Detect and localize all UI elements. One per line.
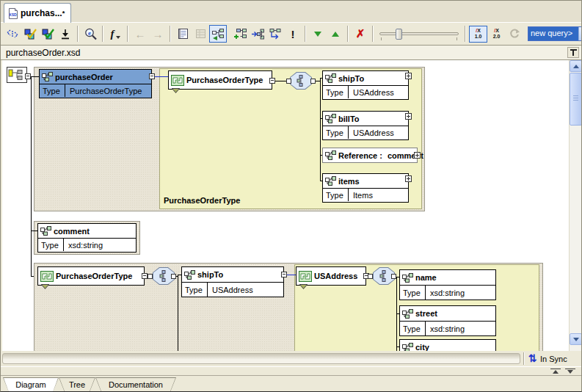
xslt-2-0-button[interactable]: /X 2.0: [487, 26, 506, 43]
document-tabbar: XSD purchas... *: [1, 1, 581, 23]
triangle-down-icon: [567, 370, 573, 374]
exclamation-icon: !: [291, 28, 295, 40]
view-tabbar: Diagram Tree Documentation: [1, 375, 581, 392]
document-tab[interactable]: XSD purchas... *: [4, 3, 71, 23]
element-box-items[interactable]: items Type Items: [322, 173, 409, 203]
display-diagram-toggle[interactable]: [209, 25, 227, 43]
validate-button[interactable]: [39, 25, 57, 43]
expand-handle[interactable]: [405, 113, 412, 120]
complextype-box-us-address[interactable]: USAddress: [296, 266, 366, 286]
collapse-pane-down-button[interactable]: [565, 369, 575, 375]
document-filename: purchaseOrder.xsd: [6, 48, 80, 58]
text-view-button[interactable]: [4, 25, 21, 43]
navigate-back-button[interactable]: ←: [131, 25, 149, 43]
connector-line: [320, 78, 321, 181]
element-box-name[interactable]: name Type xsd:string: [399, 269, 496, 300]
element-box-comment[interactable]: comment Type xsd:string: [37, 223, 137, 253]
element-name: comment: [54, 227, 90, 236]
validate-annotation-button[interactable]: !: [284, 25, 302, 43]
navigate-forward-button[interactable]: →: [149, 25, 167, 43]
element-box-ship-to-local[interactable]: shipTo Type USAddress: [181, 266, 284, 297]
sequence-connector: [310, 79, 316, 84]
expand-arrow-icon[interactable]: [172, 88, 180, 94]
collapse-handle[interactable]: [142, 273, 148, 279]
element-box-bill-to[interactable]: billTo Type USAddress: [322, 111, 409, 140]
collapse-handle[interactable]: [149, 73, 155, 79]
zoom-slider[interactable]: [378, 26, 460, 41]
display-diagram-icon: [211, 28, 225, 40]
tab-diagram[interactable]: Diagram: [3, 377, 59, 392]
type-link-line: [287, 275, 296, 275]
arrow-up-icon: [573, 65, 579, 68]
browser-view-button[interactable]: e: [81, 25, 99, 43]
generate-button[interactable]: [57, 25, 74, 43]
element-box-street[interactable]: street Type xsd:string: [399, 305, 496, 336]
refresh-icon: [509, 28, 520, 40]
splitter-button[interactable]: [567, 47, 579, 58]
document-tab-label: purchas...: [21, 8, 62, 18]
tab-tree[interactable]: Tree: [59, 377, 95, 392]
sequence-connector: [368, 274, 373, 279]
xslt-2-0-icon: /X: [494, 28, 499, 34]
text-view-icon: [6, 28, 19, 40]
toolbar-separator: [77, 26, 79, 42]
complextype-box-purchase-order-type[interactable]: PurchaseOrderType: [168, 70, 272, 90]
element-icon: [402, 309, 413, 319]
add-schema-component-button[interactable]: [231, 25, 249, 43]
query-combobox-dropdown-button[interactable]: [578, 27, 582, 40]
scroll-up-button[interactable]: [570, 60, 582, 72]
expand-arrow-icon[interactable]: [299, 284, 308, 290]
delete-button[interactable]: ✗: [352, 25, 369, 43]
type-row-label: Type: [40, 84, 65, 97]
element-name: shipTo: [338, 74, 364, 83]
xpath-evaluate-button[interactable]: f: [106, 25, 124, 43]
display-all-globals-button[interactable]: [266, 25, 284, 43]
expand-handle[interactable]: [405, 73, 412, 79]
complextype-box-purchase-order-type-global[interactable]: PurchaseOrderType: [37, 266, 145, 286]
show-globals-button[interactable]: [174, 25, 192, 43]
vertical-scrollbar[interactable]: [569, 60, 581, 351]
xslt-1-0-button[interactable]: /X 1.0: [469, 26, 487, 43]
scroll-down-button[interactable]: [570, 333, 582, 345]
application-window: XSD purchas... *: [0, 0, 582, 392]
schema-diagram-canvas[interactable]: PurchaseOrderType: [2, 60, 569, 351]
expand-handle[interactable]: [405, 175, 412, 182]
element-box-ship-to[interactable]: shipTo Type USAddress: [322, 70, 409, 100]
element-box-purchase-order[interactable]: purchaseOrder Type PurchaseOrderType: [39, 69, 152, 98]
expand-arrow-icon[interactable]: [41, 284, 49, 290]
element-name: city: [415, 343, 429, 351]
collapse-handle[interactable]: [281, 272, 287, 277]
sequence-connector: [171, 274, 176, 279]
collapse-handle[interactable]: [269, 78, 275, 84]
goto-definition-button[interactable]: [249, 25, 266, 43]
element-box-city[interactable]: city: [399, 339, 496, 351]
move-down-button[interactable]: [309, 25, 327, 43]
element-icon: [325, 73, 336, 83]
modified-marker: *: [62, 10, 65, 17]
forward-arrow-icon: →: [153, 28, 164, 40]
sequence-connector: [148, 274, 153, 279]
browser-magnifier-icon: e: [84, 27, 98, 40]
schema-tree-arrow-icon: [251, 28, 264, 40]
sync-status-label: In Sync: [540, 355, 567, 363]
query-combobox[interactable]: new query>: [528, 26, 582, 41]
move-up-button[interactable]: [327, 25, 344, 43]
check-wellformed-button[interactable]: [21, 25, 39, 43]
panel-type-label: PurchaseOrderType: [164, 196, 240, 205]
complextype-icon: [40, 271, 54, 282]
expand-handle[interactable]: [414, 152, 421, 159]
scrollbar-thumb[interactable]: [570, 73, 582, 126]
zoom-slider-thumb[interactable]: [396, 29, 402, 40]
tab-documentation[interactable]: Documentation: [95, 377, 176, 392]
refresh-disabled-button: [506, 25, 523, 43]
collapse-pane-up-button[interactable]: [550, 369, 561, 375]
globals-list-icon: [177, 28, 189, 40]
sequence-compositor-icon[interactable]: [290, 72, 312, 90]
toolbar-separator: [372, 26, 374, 42]
svg-text:e: e: [88, 29, 91, 37]
horizontal-scroll-strip[interactable]: [2, 353, 520, 364]
collapse-handle[interactable]: [25, 73, 31, 79]
element-reference-box-comment[interactable]: Reference : comment: [322, 148, 418, 163]
schema-root-node[interactable]: [7, 67, 27, 83]
zoom-slider-track[interactable]: [379, 32, 459, 35]
